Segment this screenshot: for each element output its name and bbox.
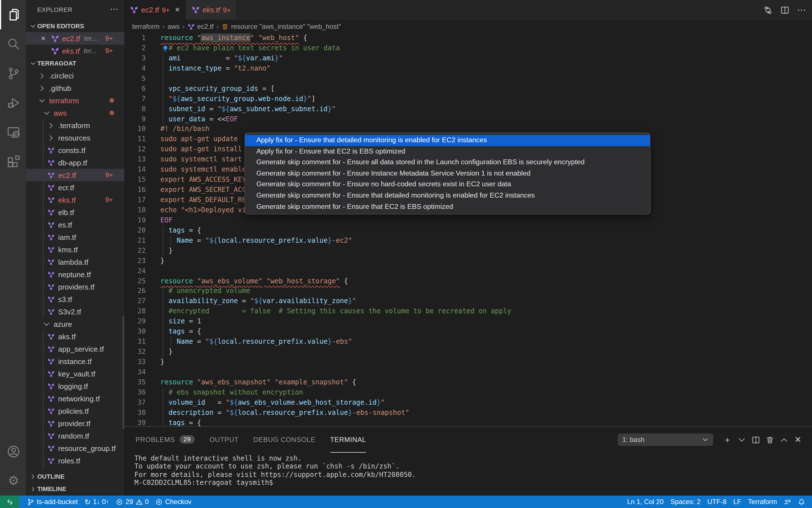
tree-file-kms.tf[interactable]: kms.tf	[26, 243, 124, 256]
quickfix-item-3[interactable]: Generate skip comment for - Ensure Insta…	[245, 168, 650, 179]
code-line[interactable]: 39 tags = {	[124, 418, 740, 426]
open-editor-eks.tf[interactable]: eks.tfter...9+	[26, 45, 124, 57]
code-line[interactable]: 37 volume_id = "${aws_ebs_volume.web_hos…	[124, 398, 740, 408]
breadcrumb-item[interactable]: aws	[167, 23, 179, 31]
status-checkov[interactable]: Checkov	[152, 496, 195, 508]
tree-file-random.tf[interactable]: random.tf	[26, 429, 124, 442]
tree-folder-aws[interactable]: aws	[26, 107, 124, 119]
open-changes-button[interactable]	[762, 4, 774, 15]
workspace-root-header[interactable]: TERRAGOAT	[26, 57, 124, 70]
breadcrumb-item[interactable]: ec2.tf	[188, 23, 214, 31]
tree-file-db-app.tf[interactable]: db-app.tf	[26, 156, 124, 169]
code-line[interactable]: 3 ami = "${var.ami}"	[124, 54, 740, 64]
tree-file-storage.tf[interactable]: storage.tf	[26, 467, 124, 470]
tree-file-elb.tf[interactable]: elb.tf	[26, 206, 124, 218]
close-icon[interactable]: ✕	[175, 6, 180, 13]
activity-item-extensions[interactable]	[0, 147, 26, 176]
code-line[interactable]: 26 # unencrypted volume	[124, 287, 740, 297]
code-line[interactable]: 30 tags = {	[124, 327, 740, 337]
code-line[interactable]: 29 size = 1	[124, 317, 740, 327]
tree-folder-resources[interactable]: resources	[26, 131, 124, 144]
status-eol[interactable]: LF	[730, 496, 744, 508]
tree-file-roles.tf[interactable]: roles.tf	[26, 454, 124, 467]
outline-header[interactable]: OUTLINE	[26, 470, 124, 482]
activity-item-search[interactable]	[0, 29, 26, 59]
code-line[interactable]: 7 "${aws_security_group.web-node.id}"]	[124, 94, 740, 104]
panel-tab-problems[interactable]: PROBLEMS29	[135, 427, 195, 453]
activity-item-run-debug[interactable]	[0, 88, 26, 117]
code-line[interactable]: 25resource "aws_ebs_volume" "web_host_st…	[124, 276, 740, 287]
code-line[interactable]: 28 #encrypted = false # Setting this cau…	[124, 307, 740, 317]
tree-file-provider.tf[interactable]: provider.tf	[26, 417, 124, 429]
status-branch[interactable]: ts-add-bucket	[24, 496, 81, 508]
quickfix-item-0[interactable]: Apply fix for - Ensure that detailed mon…	[245, 135, 650, 146]
tree-folder-.github[interactable]: .github	[26, 82, 124, 94]
code-line[interactable]: 21 Name = "${local.resource_prefix.value…	[124, 236, 740, 246]
activity-item-explorer[interactable]	[0, 0, 26, 29]
terminal-picker[interactable]: 1: bash	[618, 433, 713, 446]
tree-file-ecr.tf[interactable]: ecr.tf	[26, 181, 124, 194]
open-editor-ec2.tf[interactable]: ✕ec2.tfter...9+	[26, 32, 124, 45]
status-indentation[interactable]: Spaces: 2	[667, 496, 704, 508]
open-editors-header[interactable]: OPEN EDITORS	[26, 20, 124, 32]
code-line[interactable]: 31 Name = "${local.resource_prefix.value…	[124, 337, 740, 347]
code-line[interactable]: 20 tags = {	[124, 226, 740, 236]
split-terminal-button[interactable]	[749, 433, 762, 447]
tree-file-app_service.tf[interactable]: app_service.tf	[26, 343, 124, 355]
tree-folder-.terraform[interactable]: .terraform	[26, 119, 124, 131]
quickfix-item-4[interactable]: Generate skip comment for - Ensure no ha…	[245, 179, 650, 190]
status-encoding[interactable]: UTF-8	[704, 496, 730, 508]
code-line[interactable]: 8 subnet_id = "${aws_subnet.web_subnet.i…	[124, 104, 740, 114]
lightbulb-icon[interactable]	[162, 45, 169, 55]
code-line[interactable]: 9 user_data = <<EOF	[124, 114, 740, 124]
code-line[interactable]: 24	[124, 266, 740, 276]
tree-file-S3v2.tf[interactable]: S3v2.tf	[26, 305, 124, 318]
close-panel-button[interactable]: ✕	[792, 433, 804, 447]
remote-indicator[interactable]	[0, 496, 19, 508]
tree-file-ec2.tf[interactable]: ec2.tf9+	[26, 169, 124, 181]
tree-file-iam.tf[interactable]: iam.tf	[26, 231, 124, 243]
close-icon[interactable]: ✕	[41, 35, 51, 42]
tree-folder-.circleci[interactable]: .circleci	[26, 70, 124, 82]
code-line[interactable]: 35resource "aws_ebs_snapshot" "example_s…	[124, 378, 740, 388]
status-notifications[interactable]	[795, 496, 809, 508]
code-line[interactable]: 27 availability_zone = "${var.availabili…	[124, 297, 740, 307]
views-and-more-actions-button[interactable]: ⋯	[110, 0, 119, 20]
sidebar-scrollbar[interactable]	[123, 316, 124, 429]
tree-file-lambda.tf[interactable]: lambda.tf	[26, 256, 124, 268]
timeline-header[interactable]: TIMELINE	[26, 482, 124, 495]
status-sync[interactable]: ↻1↓ 0↑	[81, 496, 112, 508]
activity-item-source-control[interactable]	[0, 59, 26, 88]
code-line[interactable]: 38 description = "${local.resource_prefi…	[124, 408, 740, 418]
code-line[interactable]: 1resource "aws_instance" "web_host" {	[124, 33, 740, 43]
status-language-mode[interactable]: Terraform	[744, 496, 780, 508]
tree-file-es.tf[interactable]: es.tf	[26, 218, 124, 231]
code-line[interactable]: 32 }	[124, 347, 740, 357]
tree-file-networking.tf[interactable]: networking.tf	[26, 392, 124, 405]
tree-file-aks.tf[interactable]: aks.tf	[26, 330, 124, 343]
tree-file-eks.tf[interactable]: eks.tf9+	[26, 194, 124, 206]
code-line[interactable]: 2 # ec2 have plain text secrets in user …	[124, 43, 740, 54]
breadcrumb-item[interactable]: terraform	[132, 23, 160, 31]
status-feedback[interactable]	[780, 496, 795, 508]
maximize-panel-button[interactable]	[778, 433, 790, 447]
tree-file-key_vault.tf[interactable]: key_vault.tf	[26, 368, 124, 380]
panel-tab-debug-console[interactable]: DEBUG CONSOLE	[253, 427, 315, 453]
tree-file-neptune.tf[interactable]: neptune.tf	[26, 268, 124, 281]
activity-item-remote-explorer[interactable]	[0, 117, 26, 147]
code-line[interactable]: 36 # ebs snapshot without encryption	[124, 388, 740, 398]
tab-ec2.tf[interactable]: ec2.tf9+✕	[124, 0, 186, 20]
tree-folder-terraform[interactable]: terraform	[26, 94, 124, 107]
panel-tab-output[interactable]: OUTPUT	[209, 427, 239, 453]
tree-file-providers.tf[interactable]: providers.tf	[26, 281, 124, 293]
quickfix-item-1[interactable]: Apply fix for - Ensure that EC2 is EBS o…	[245, 146, 650, 157]
terminal-dropdown-button[interactable]	[735, 433, 747, 447]
terminal-output[interactable]: The default interactive shell is now zsh…	[134, 454, 416, 487]
more-actions-button[interactable]: ⋯	[796, 4, 808, 15]
quickfix-item-6[interactable]: Generate skip comment for - Ensure that …	[245, 201, 650, 212]
kill-terminal-button[interactable]	[764, 433, 776, 447]
code-line[interactable]: 22 }	[124, 246, 740, 256]
split-editor-button[interactable]	[779, 4, 790, 15]
tree-file-instance.tf[interactable]: instance.tf	[26, 355, 124, 368]
code-line[interactable]: 5	[124, 74, 740, 84]
